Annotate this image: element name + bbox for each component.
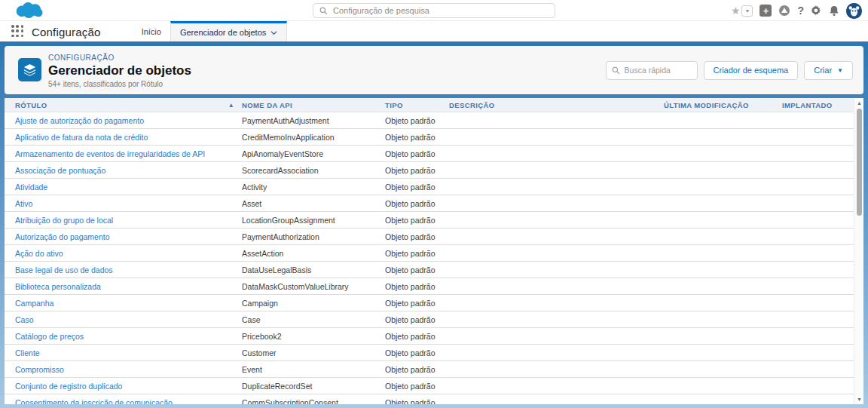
type-cell: Objeto padrão (385, 348, 449, 357)
table-row[interactable]: Atividade Activity Objeto padrão (5, 179, 854, 195)
type-cell: Objeto padrão (385, 133, 449, 142)
object-label-link[interactable]: Aplicativo de fatura da nota de crédito (15, 133, 242, 142)
item-count-label: 54+ itens, classificados por Rótulo (48, 80, 163, 88)
table-row[interactable]: Catálogo de preços Pricebook2 Objeto pad… (5, 328, 854, 345)
type-cell: Objeto padrão (385, 249, 449, 258)
column-header-tipo[interactable]: TIPO (385, 101, 449, 109)
scrollbar-down-arrow-icon[interactable]: ▼ (854, 395, 863, 403)
object-label-link[interactable]: Associação de pontuação (15, 166, 242, 175)
object-label-link[interactable]: Catálogo de preços (15, 332, 242, 341)
table-scrollbar[interactable]: ▲ ▼ (854, 98, 863, 404)
quick-create-icon[interactable]: + (760, 5, 772, 17)
table-row[interactable]: Cliente Customer Objeto padrão (5, 345, 854, 361)
type-cell: Objeto padrão (385, 282, 449, 291)
type-cell: Objeto padrão (385, 299, 449, 308)
setup-gear-icon[interactable] (811, 5, 822, 17)
table-row[interactable]: Atribuição do grupo de local LocationGro… (5, 212, 854, 229)
setup-content: CONFIGURAÇÃO Gerenciador de objetos 54+ … (0, 41, 868, 408)
object-label-link[interactable]: Ação do ativo (15, 249, 242, 258)
object-label-link[interactable]: Autorização do pagamento (15, 232, 242, 241)
api-name-cell: Customer (242, 348, 385, 357)
type-cell: Objeto padrão (385, 365, 449, 374)
type-cell: Objeto padrão (385, 265, 449, 275)
table-row[interactable]: Armazenamento de eventos de irregularida… (5, 146, 854, 162)
object-label-link[interactable]: Caso (15, 315, 242, 324)
table-row[interactable]: Associação de pontuação ScorecardAssocia… (5, 162, 854, 179)
setup-nav-bar: Configuração Início Gerenciador de objet… (0, 21, 868, 41)
object-manager-icon (18, 58, 41, 81)
type-cell: Objeto padrão (385, 166, 449, 175)
table-row[interactable]: Autorização do pagamento PaymentAuthoriz… (5, 229, 854, 245)
notifications-bell-icon[interactable] (829, 5, 839, 17)
global-search-input[interactable] (333, 6, 549, 15)
tab-gerenciador-de-objetos[interactable]: Gerenciador de objetos (170, 21, 287, 41)
tab-label: Gerenciador de objetos (180, 28, 266, 37)
table-row[interactable]: Consentimento da inscrição de comunicaçã… (5, 394, 854, 404)
api-name-cell: AssetAction (242, 249, 385, 258)
type-cell: Objeto padrão (385, 315, 449, 324)
object-label-link[interactable]: Consentimento da inscrição de comunicaçã… (15, 398, 242, 405)
api-name-cell: Event (242, 365, 385, 374)
type-cell: Objeto padrão (385, 183, 449, 192)
tab-inicio[interactable]: Início (133, 21, 170, 41)
table-row[interactable]: Aplicativo de fatura da nota de crédito … (5, 129, 854, 146)
scrollbar-thumb[interactable] (857, 109, 862, 216)
object-label-link[interactable]: Conjunto de registro duplicado (15, 382, 242, 391)
object-label-link[interactable]: Campanha (15, 299, 242, 308)
column-header-nome-da-api[interactable]: NOME DA API (242, 101, 385, 109)
chevron-down-icon: ▼ (837, 67, 843, 74)
table-row[interactable]: Campanha Campaign Objeto padrão (5, 295, 854, 311)
api-name-cell: Pricebook2 (242, 332, 385, 341)
table-row[interactable]: Caso Case Objeto padrão (5, 311, 854, 328)
table-row[interactable]: Compromisso Event Objeto padrão (5, 361, 854, 378)
object-label-link[interactable]: Compromisso (15, 365, 242, 374)
quick-find-input[interactable] (625, 66, 692, 75)
type-cell: Objeto padrão (385, 116, 449, 125)
type-cell: Objeto padrão (385, 398, 449, 405)
global-search[interactable] (313, 3, 555, 18)
column-header-implantado[interactable]: IMPLANTADO (782, 101, 863, 109)
type-cell: Objeto padrão (385, 332, 449, 341)
type-cell: Objeto padrão (385, 149, 449, 158)
object-label-link[interactable]: Cliente (15, 348, 242, 357)
table-row[interactable]: Ativo Asset Objeto padrão (5, 195, 854, 212)
object-label-link[interactable]: Atividade (15, 183, 242, 192)
schema-builder-button[interactable]: Criador de esquema (704, 61, 799, 80)
quick-find[interactable] (606, 61, 698, 80)
api-name-cell: DuplicateRecordSet (242, 382, 385, 391)
object-table-card: RÓTULO ▲ NOME DA API TIPO DESCRIÇÃO ÚLTI… (5, 98, 863, 404)
api-name-cell: ScorecardAssociation (242, 166, 385, 175)
table-row[interactable]: Ação do ativo AssetAction Objeto padrão (5, 245, 854, 262)
search-icon (319, 7, 328, 15)
table-row[interactable]: Base legal de uso de dados DataUseLegalB… (5, 262, 854, 278)
column-header-ultima-modificacao[interactable]: ÚLTIMA MODIFICAÇÃO (664, 101, 782, 109)
object-label-link[interactable]: Biblioteca personalizada (15, 282, 242, 291)
type-cell: Objeto padrão (385, 232, 449, 241)
scrollbar-up-arrow-icon[interactable]: ▲ (854, 99, 863, 107)
object-label-link[interactable]: Ativo (15, 199, 242, 208)
global-header: ★ ▼ + ? (0, 0, 868, 21)
table-row[interactable]: Conjunto de registro duplicado Duplicate… (5, 378, 854, 394)
object-label-link[interactable]: Atribuição do grupo de local (15, 216, 242, 225)
table-body: Ajuste de autorização do pagamento Payme… (5, 112, 854, 404)
help-icon[interactable]: ? (797, 5, 804, 17)
user-avatar[interactable] (846, 3, 862, 19)
favorites-star-icon[interactable]: ★ (731, 5, 741, 16)
column-header-descricao[interactable]: DESCRIÇÃO (449, 101, 664, 109)
object-label-link[interactable]: Base legal de uso de dados (15, 265, 242, 275)
api-name-cell: Case (242, 315, 385, 324)
object-label-link[interactable]: Armazenamento de eventos de irregularida… (15, 149, 242, 158)
guidance-center-icon[interactable] (778, 5, 790, 17)
object-label-link[interactable]: Ajuste de autorização do pagamento (15, 116, 242, 125)
column-header-rotulo[interactable]: RÓTULO ▲ (15, 101, 242, 109)
app-launcher-icon[interactable] (11, 25, 24, 38)
table-row[interactable]: Biblioteca personalizada DataMaskCustomV… (5, 278, 854, 295)
api-name-cell: DataUseLegalBasis (242, 265, 385, 275)
api-name-cell: ApiAnomalyEventStore (242, 149, 385, 158)
favorites-dropdown-button[interactable]: ▼ (741, 5, 753, 17)
salesforce-logo-icon (14, 2, 47, 20)
table-header-row: RÓTULO ▲ NOME DA API TIPO DESCRIÇÃO ÚLTI… (5, 98, 863, 112)
sort-asc-icon: ▲ (228, 102, 234, 109)
table-row[interactable]: Ajuste de autorização do pagamento Payme… (5, 112, 854, 129)
create-button[interactable]: Criar ▼ (804, 61, 853, 80)
